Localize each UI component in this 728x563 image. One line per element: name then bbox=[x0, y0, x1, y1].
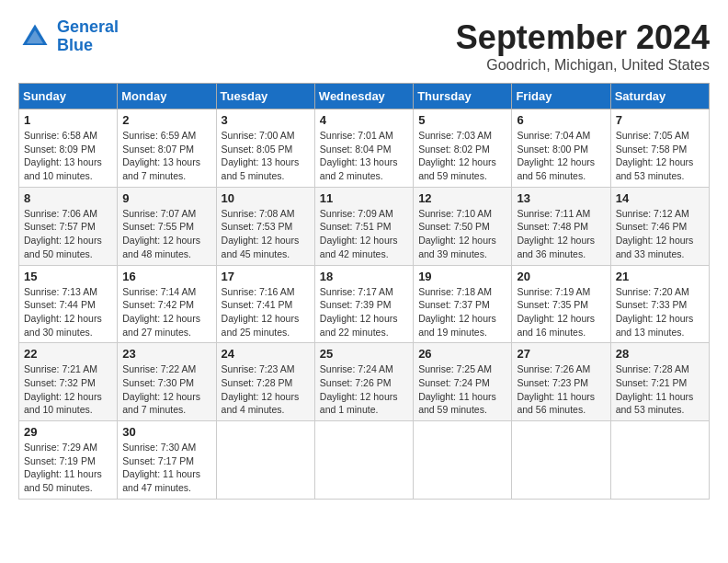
day-number: 13 bbox=[517, 191, 605, 205]
day-number: 12 bbox=[418, 191, 506, 205]
calendar-day-cell: 22Sunrise: 7:21 AM Sunset: 7:32 PM Dayli… bbox=[19, 343, 118, 421]
calendar-day-cell: 8Sunrise: 7:06 AM Sunset: 7:57 PM Daylig… bbox=[19, 187, 118, 265]
day-number: 17 bbox=[222, 270, 310, 283]
day-info: Sunrise: 7:26 AM Sunset: 7:23 PM Dayligh… bbox=[517, 362, 605, 417]
calendar-day-cell: 6Sunrise: 7:04 AM Sunset: 8:00 PM Daylig… bbox=[512, 109, 610, 188]
day-info: Sunrise: 7:24 AM Sunset: 7:26 PM Dayligh… bbox=[320, 362, 408, 417]
day-number: 26 bbox=[418, 347, 506, 361]
day-number: 28 bbox=[616, 347, 704, 361]
calendar-day-cell: 24Sunrise: 7:23 AM Sunset: 7:28 PM Dayli… bbox=[216, 343, 314, 421]
day-number: 3 bbox=[222, 113, 310, 127]
calendar-day-cell bbox=[512, 421, 610, 500]
day-number: 24 bbox=[222, 347, 310, 361]
day-info: Sunrise: 7:28 AM Sunset: 7:21 PM Dayligh… bbox=[616, 362, 704, 417]
title-block: September 2024 Goodrich, Michigan, Unite… bbox=[456, 18, 710, 74]
day-number: 7 bbox=[616, 113, 704, 127]
day-of-week-header: Tuesday bbox=[216, 84, 314, 109]
calendar-day-cell: 17Sunrise: 7:16 AM Sunset: 7:41 PM Dayli… bbox=[216, 265, 314, 343]
calendar-week-row: 22Sunrise: 7:21 AM Sunset: 7:32 PM Dayli… bbox=[19, 343, 710, 421]
logo-line2: Blue bbox=[57, 36, 93, 54]
day-number: 18 bbox=[320, 270, 408, 283]
day-number: 10 bbox=[222, 191, 310, 205]
calendar-day-cell: 14Sunrise: 7:12 AM Sunset: 7:46 PM Dayli… bbox=[610, 187, 709, 265]
day-info: Sunrise: 7:08 AM Sunset: 7:53 PM Dayligh… bbox=[222, 207, 310, 261]
logo-icon bbox=[18, 20, 51, 53]
day-info: Sunrise: 7:19 AM Sunset: 7:35 PM Dayligh… bbox=[517, 285, 605, 339]
calendar-week-row: 1Sunrise: 6:58 AM Sunset: 8:09 PM Daylig… bbox=[19, 109, 710, 188]
day-number: 29 bbox=[24, 425, 112, 439]
day-number: 1 bbox=[24, 113, 112, 127]
calendar-day-cell: 28Sunrise: 7:28 AM Sunset: 7:21 PM Dayli… bbox=[610, 343, 709, 421]
day-number: 6 bbox=[517, 113, 605, 127]
calendar-day-cell: 10Sunrise: 7:08 AM Sunset: 7:53 PM Dayli… bbox=[216, 187, 314, 265]
day-info: Sunrise: 7:09 AM Sunset: 7:51 PM Dayligh… bbox=[320, 207, 408, 261]
day-info: Sunrise: 7:25 AM Sunset: 7:24 PM Dayligh… bbox=[418, 362, 506, 417]
logo-line1: General bbox=[57, 17, 119, 36]
day-info: Sunrise: 7:12 AM Sunset: 7:46 PM Dayligh… bbox=[616, 207, 704, 261]
day-number: 21 bbox=[616, 270, 704, 283]
calendar-day-cell: 3Sunrise: 7:00 AM Sunset: 8:05 PM Daylig… bbox=[216, 109, 314, 188]
calendar-table: SundayMondayTuesdayWednesdayThursdayFrid… bbox=[18, 83, 710, 500]
day-info: Sunrise: 7:20 AM Sunset: 7:33 PM Dayligh… bbox=[616, 285, 704, 339]
day-info: Sunrise: 7:30 AM Sunset: 7:17 PM Dayligh… bbox=[122, 441, 210, 495]
day-info: Sunrise: 7:06 AM Sunset: 7:57 PM Dayligh… bbox=[24, 207, 112, 261]
day-number: 19 bbox=[418, 270, 506, 283]
calendar-day-cell: 5Sunrise: 7:03 AM Sunset: 8:02 PM Daylig… bbox=[414, 109, 512, 188]
day-info: Sunrise: 7:17 AM Sunset: 7:39 PM Dayligh… bbox=[320, 285, 408, 339]
calendar-header-row: SundayMondayTuesdayWednesdayThursdayFrid… bbox=[19, 84, 710, 109]
calendar-day-cell: 9Sunrise: 7:07 AM Sunset: 7:55 PM Daylig… bbox=[118, 187, 216, 265]
calendar-day-cell: 12Sunrise: 7:10 AM Sunset: 7:50 PM Dayli… bbox=[414, 187, 512, 265]
logo-text: General Blue bbox=[57, 18, 119, 55]
day-number: 15 bbox=[24, 270, 112, 283]
day-info: Sunrise: 7:04 AM Sunset: 8:00 PM Dayligh… bbox=[517, 129, 605, 183]
day-number: 27 bbox=[517, 347, 605, 361]
day-number: 14 bbox=[616, 191, 704, 205]
day-info: Sunrise: 7:07 AM Sunset: 7:55 PM Dayligh… bbox=[122, 207, 210, 261]
day-number: 25 bbox=[320, 347, 408, 361]
day-number: 11 bbox=[320, 191, 408, 205]
day-info: Sunrise: 7:22 AM Sunset: 7:30 PM Dayligh… bbox=[122, 362, 210, 417]
month-title: September 2024 bbox=[456, 18, 710, 57]
calendar-day-cell: 7Sunrise: 7:05 AM Sunset: 7:58 PM Daylig… bbox=[610, 109, 709, 188]
logo: General Blue bbox=[18, 18, 119, 55]
calendar-day-cell: 16Sunrise: 7:14 AM Sunset: 7:42 PM Dayli… bbox=[118, 265, 216, 343]
day-info: Sunrise: 7:10 AM Sunset: 7:50 PM Dayligh… bbox=[418, 207, 506, 261]
day-info: Sunrise: 7:00 AM Sunset: 8:05 PM Dayligh… bbox=[222, 129, 310, 183]
day-number: 23 bbox=[122, 347, 210, 361]
day-info: Sunrise: 7:29 AM Sunset: 7:19 PM Dayligh… bbox=[24, 441, 112, 495]
calendar-day-cell: 29Sunrise: 7:29 AM Sunset: 7:19 PM Dayli… bbox=[19, 421, 118, 500]
calendar-day-cell bbox=[216, 421, 314, 500]
day-of-week-header: Monday bbox=[118, 84, 216, 109]
day-info: Sunrise: 7:23 AM Sunset: 7:28 PM Dayligh… bbox=[222, 362, 310, 417]
calendar-day-cell: 25Sunrise: 7:24 AM Sunset: 7:26 PM Dayli… bbox=[314, 343, 413, 421]
day-number: 16 bbox=[122, 270, 210, 283]
day-number: 22 bbox=[24, 347, 112, 361]
calendar-week-row: 8Sunrise: 7:06 AM Sunset: 7:57 PM Daylig… bbox=[19, 187, 710, 265]
calendar-day-cell: 27Sunrise: 7:26 AM Sunset: 7:23 PM Dayli… bbox=[512, 343, 610, 421]
calendar-day-cell: 2Sunrise: 6:59 AM Sunset: 8:07 PM Daylig… bbox=[118, 109, 216, 188]
day-info: Sunrise: 6:59 AM Sunset: 8:07 PM Dayligh… bbox=[122, 129, 210, 183]
day-info: Sunrise: 7:18 AM Sunset: 7:37 PM Dayligh… bbox=[418, 285, 506, 339]
calendar-day-cell: 4Sunrise: 7:01 AM Sunset: 8:04 PM Daylig… bbox=[314, 109, 413, 188]
location: Goodrich, Michigan, United States bbox=[456, 57, 710, 74]
day-number: 20 bbox=[517, 270, 605, 283]
day-of-week-header: Thursday bbox=[414, 84, 512, 109]
calendar-day-cell: 15Sunrise: 7:13 AM Sunset: 7:44 PM Dayli… bbox=[19, 265, 118, 343]
calendar-day-cell bbox=[414, 421, 512, 500]
day-number: 8 bbox=[24, 191, 112, 205]
day-info: Sunrise: 7:13 AM Sunset: 7:44 PM Dayligh… bbox=[24, 285, 112, 339]
calendar-day-cell: 18Sunrise: 7:17 AM Sunset: 7:39 PM Dayli… bbox=[314, 265, 413, 343]
day-number: 2 bbox=[122, 113, 210, 127]
calendar-week-row: 15Sunrise: 7:13 AM Sunset: 7:44 PM Dayli… bbox=[19, 265, 710, 343]
calendar-day-cell: 26Sunrise: 7:25 AM Sunset: 7:24 PM Dayli… bbox=[414, 343, 512, 421]
calendar-day-cell bbox=[610, 421, 709, 500]
day-info: Sunrise: 7:01 AM Sunset: 8:04 PM Dayligh… bbox=[320, 129, 408, 183]
calendar-day-cell: 13Sunrise: 7:11 AM Sunset: 7:48 PM Dayli… bbox=[512, 187, 610, 265]
day-info: Sunrise: 7:05 AM Sunset: 7:58 PM Dayligh… bbox=[616, 129, 704, 183]
calendar-day-cell: 11Sunrise: 7:09 AM Sunset: 7:51 PM Dayli… bbox=[314, 187, 413, 265]
calendar-week-row: 29Sunrise: 7:29 AM Sunset: 7:19 PM Dayli… bbox=[19, 421, 710, 500]
calendar-day-cell: 23Sunrise: 7:22 AM Sunset: 7:30 PM Dayli… bbox=[118, 343, 216, 421]
calendar-day-cell: 30Sunrise: 7:30 AM Sunset: 7:17 PM Dayli… bbox=[118, 421, 216, 500]
day-of-week-header: Friday bbox=[512, 84, 610, 109]
day-info: Sunrise: 7:16 AM Sunset: 7:41 PM Dayligh… bbox=[222, 285, 310, 339]
